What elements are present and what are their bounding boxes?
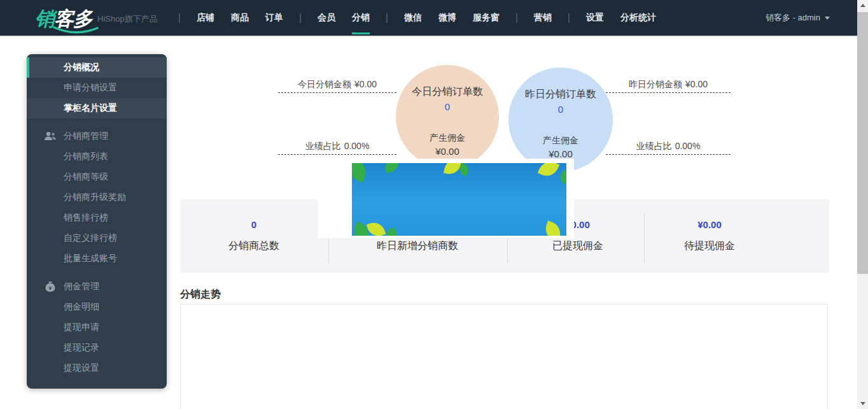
nav-item-service-window[interactable]: 服务窗 [473, 0, 500, 36]
dashed-line [606, 154, 731, 155]
leaf-decoration [382, 227, 400, 236]
sidebar-menu: 分销概况 申请分销设置 掌柜名片设置 分销商管理 分销商列表 分销商等级 分销商… [27, 54, 167, 389]
vertical-scrollbar[interactable] [857, 0, 868, 409]
brand-logo[interactable]: 销客多 HiShop旗下产品 [35, 4, 158, 34]
nav-item-marketing[interactable]: 营销 [534, 0, 552, 36]
main-nav: 店铺 商品 订单 会员 分销 微信 微博 服务窗 营销 设置 分析统计 [171, 0, 664, 36]
today-circle-title: 今日分销订单数 [412, 85, 483, 99]
sidebar-item-withdraw-records[interactable]: 提现记录 [27, 338, 167, 358]
stat-label: 已提现佣金 [552, 240, 603, 253]
yesterday-amount-label: 昨日分销金额¥0.00 [606, 79, 731, 90]
sidebar-item-withdraw-apply[interactable]: 提现申请 [27, 317, 167, 338]
nav-divider [300, 13, 301, 23]
trend-chart-panel [180, 304, 828, 409]
money-bag-icon: ¥ [43, 280, 57, 293]
sidebar-item-distribution-overview[interactable]: 分销概况 [27, 57, 167, 78]
leaf-decoration [444, 163, 461, 176]
nav-item-shop[interactable]: 店铺 [197, 0, 214, 36]
scroll-down-button[interactable] [857, 398, 868, 409]
nav-divider [179, 13, 180, 23]
yesterday-commission-label: 产生佣金 [543, 135, 578, 147]
trend-section-title: 分销走势 [180, 288, 221, 301]
nav-divider [568, 13, 570, 23]
nav-divider [386, 13, 388, 23]
nav-item-wechat[interactable]: 微信 [404, 0, 422, 36]
nav-item-settings[interactable]: 设置 [586, 0, 604, 36]
sidebar-item-custom-ranking[interactable]: 自定义排行榜 [27, 228, 167, 248]
logo-part-green: 销 [35, 8, 54, 30]
scroll-up-button[interactable] [857, 0, 868, 11]
nav-item-orders[interactable]: 订单 [265, 0, 283, 36]
sidebar-item-batch-accounts[interactable]: 批量生成账号 [27, 248, 167, 269]
stat-label: 分销商总数 [228, 240, 279, 253]
yesterday-order-count[interactable]: 0 [558, 104, 563, 115]
arrow-up-icon [860, 4, 865, 7]
dashed-line [278, 154, 396, 155]
leaf-decoration [384, 163, 400, 173]
sidebar-item-distributor-levels[interactable]: 分销商等级 [27, 167, 167, 187]
nav-item-members[interactable]: 会员 [318, 0, 335, 36]
active-underline [352, 32, 370, 34]
sidebar-item-apply-settings[interactable]: 申请分销设置 [27, 78, 167, 98]
stat-label: 待提现佣金 [684, 240, 735, 253]
scrollbar-thumb[interactable] [857, 12, 868, 274]
nav-item-products[interactable]: 商品 [231, 0, 249, 36]
logo-text: 销客多 [35, 6, 92, 32]
dashed-line [606, 92, 731, 93]
stat-value: ¥0.00 [697, 219, 722, 232]
arrow-down-icon [860, 402, 865, 405]
sidebar-gap [27, 118, 167, 126]
nav-item-weibo[interactable]: 微博 [438, 0, 456, 36]
users-icon [43, 130, 57, 143]
today-orders-circle: 今日分销订单数 0 产生佣金 ¥0.00 [396, 65, 499, 168]
yesterday-orders-circle: 昨日分销订单数 0 产生佣金 ¥0.00 [508, 68, 613, 172]
yesterday-commission-value: ¥0.00 [549, 148, 573, 159]
yesterday-circle-title: 昨日分销订单数 [525, 88, 596, 101]
sidebar-gap [27, 269, 167, 276]
user-account-label: 销客多 - admin [766, 12, 820, 24]
today-amount-label: 今日分销金额¥0.00 [278, 79, 396, 90]
sidebar-item-withdraw-settings[interactable]: 提现设置 [27, 358, 167, 378]
top-navbar: 销客多 HiShop旗下产品 店铺 商品 订单 会员 分销 微信 微博 服务窗 … [0, 0, 868, 37]
yesterday-ratio-label: 业绩占比0.00% [606, 141, 731, 152]
sidebar-item-commission-details[interactable]: 佣金明细 [27, 297, 167, 317]
today-commission-value: ¥0.00 [435, 146, 459, 157]
sidebar-group-distributor-management: 分销商管理 [27, 126, 167, 147]
leaf-decoration [542, 220, 563, 236]
stat-total-distributors: 0 分销商总数 [181, 199, 327, 273]
today-ratio-label: 业绩占比0.00% [278, 141, 396, 152]
stat-label: 昨日新增分销商数 [377, 240, 458, 253]
today-order-count[interactable]: 0 [445, 101, 450, 112]
stat-pending-commission: ¥0.00 待提现佣金 [636, 199, 783, 273]
caret-down-icon [825, 17, 830, 20]
leaf-decoration [557, 170, 566, 185]
sidebar-item-distributor-list[interactable]: 分销商列表 [27, 147, 167, 167]
ad-banner-image[interactable] [352, 163, 566, 236]
leaf-decoration [352, 163, 370, 183]
user-account-dropdown[interactable]: 销客多 - admin [766, 0, 830, 36]
logo-swoosh-icon [53, 26, 99, 35]
leaf-decoration [367, 220, 386, 236]
sidebar-item-upgrade-rewards[interactable]: 分销商升级奖励 [27, 187, 167, 208]
dashed-line [278, 92, 396, 93]
nav-divider [516, 13, 517, 23]
sidebar-item-sales-ranking[interactable]: 销售排行榜 [27, 208, 167, 228]
nav-item-distribution[interactable]: 分销 [352, 0, 370, 36]
brand-subtitle: HiShop旗下产品 [97, 13, 158, 25]
stat-value: 0 [251, 219, 256, 232]
sidebar-item-shopkeeper-card-settings[interactable]: 掌柜名片设置 [27, 98, 167, 118]
today-commission-label: 产生佣金 [430, 133, 465, 144]
popup-overlay [318, 159, 574, 238]
svg-text:¥: ¥ [49, 285, 52, 291]
sidebar-group-commission-management: ¥ 佣金管理 [27, 276, 167, 297]
page: 销客多 HiShop旗下产品 店铺 商品 订单 会员 分销 微信 微博 服务窗 … [0, 0, 868, 409]
nav-item-analytics[interactable]: 分析统计 [620, 0, 656, 36]
leaf-decoration [538, 163, 560, 180]
